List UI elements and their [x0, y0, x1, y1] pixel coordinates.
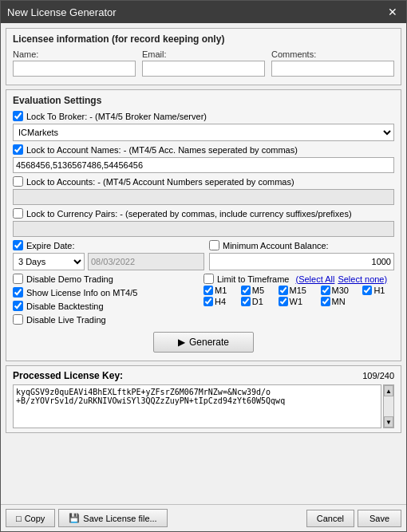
tf-d1-checkbox[interactable] — [241, 297, 251, 306]
tf-m15-checkbox[interactable] — [279, 286, 288, 295]
select-all-link[interactable]: (Select All — [295, 274, 334, 284]
cancel-button[interactable]: Cancel — [306, 510, 354, 527]
broker-select[interactable]: ICMarkets — [13, 124, 394, 141]
tf-h4-label: H4 — [215, 297, 226, 306]
balance-checkbox[interactable] — [209, 240, 219, 250]
save-license-icon: 💾 — [69, 513, 80, 523]
copy-button[interactable]: □ Copy — [6, 509, 55, 527]
disable-backtest-label: Disable Backtesting — [26, 301, 104, 311]
expire-checkbox-row: Expire Date: — [13, 240, 204, 250]
tf-m30: M30 — [321, 286, 358, 295]
email-input[interactable] — [142, 61, 265, 77]
licensee-title: Licensee information (for record keeping… — [13, 33, 394, 45]
account-names-input[interactable] — [13, 157, 394, 173]
save-button[interactable]: Save — [358, 510, 401, 527]
expire-checkbox[interactable] — [13, 240, 23, 250]
processed-section: Processed License Key: 109/240 kyqGSV9z0… — [6, 365, 401, 433]
scrollbar: ▲ ▼ — [383, 384, 394, 428]
tf-m30-checkbox[interactable] — [321, 286, 330, 295]
tf-header: Limit to Timeframe (Select All Select no… — [204, 274, 394, 284]
email-label: Email: — [142, 49, 265, 59]
lock-accountnames-label: Lock to Account Names: - (MT4/5 Acc. Nam… — [26, 145, 298, 155]
disable-backtest-row: Disable Backtesting — [13, 301, 204, 311]
tf-m15-label: M15 — [290, 286, 306, 295]
balance-checkbox-row: Minimum Account Balance: — [209, 240, 394, 250]
tf-h1-label: H1 — [373, 286, 385, 295]
generate-icon: ▶ — [178, 337, 185, 348]
lock-broker-checkbox[interactable] — [13, 111, 23, 121]
show-license-label: Show License Info on MT4/5 — [26, 288, 137, 298]
tf-mn-checkbox[interactable] — [321, 297, 330, 306]
options-row: Disable Demo Trading Show License Info o… — [13, 274, 394, 327]
tf-m1-checkbox[interactable] — [204, 286, 213, 295]
disable-demo-row: Disable Demo Trading — [13, 274, 204, 284]
generate-btn-row: ▶ Generate — [13, 327, 394, 356]
char-count: 109/240 — [362, 371, 394, 380]
disable-live-checkbox[interactable] — [13, 314, 23, 325]
lock-accountnames-checkbox[interactable] — [13, 144, 23, 155]
tf-m30-label: M30 — [332, 286, 349, 295]
expire-date-input[interactable] — [88, 253, 204, 270]
tf-mn: MN — [321, 297, 358, 306]
select-links: (Select All Select none) — [295, 274, 387, 284]
limit-timeframe-checkbox[interactable] — [204, 274, 214, 284]
tf-w1-checkbox[interactable] — [279, 297, 288, 306]
license-output-wrap: kyqGSV9z0quEAVi4BhEXLftkPE+yZFsrZ6M067Mr… — [13, 384, 394, 428]
save-license-button[interactable]: 💾 Save License file... — [58, 509, 167, 527]
comments-input[interactable] — [271, 61, 394, 77]
disable-live-row: Disable Live Trading — [13, 314, 204, 325]
copy-label: Copy — [25, 514, 45, 523]
expire-group: Expire Date: 3 Days 7 Days 14 Days 30 Da… — [13, 240, 204, 270]
tf-d1: D1 — [241, 297, 274, 306]
lock-accounts-checkbox[interactable] — [13, 176, 23, 187]
tf-mn-label: MN — [332, 297, 346, 306]
lock-broker-label: Lock To Broker: - (MT4/5 Broker Name/ser… — [26, 112, 207, 121]
close-button[interactable]: ✕ — [385, 5, 400, 19]
lock-currency-checkbox[interactable] — [13, 208, 23, 219]
tf-m1-label: M1 — [215, 286, 227, 295]
lock-accounts-label: Lock to Accounts: - (MT4/5 Account Numbe… — [26, 177, 294, 187]
scroll-up[interactable]: ▲ — [384, 385, 393, 396]
license-output[interactable]: kyqGSV9z0quEAVi4BhEXLftkPE+yZFsrZ6M067Mr… — [13, 384, 381, 428]
name-input[interactable] — [13, 61, 136, 77]
generate-button[interactable]: ▶ Generate — [153, 332, 254, 353]
eval-title: Evaluation Settings — [13, 95, 394, 106]
tf-m15: M15 — [279, 286, 316, 295]
eval-section: Evaluation Settings Lock To Broker: - (M… — [6, 89, 401, 361]
disable-demo-checkbox[interactable] — [13, 274, 23, 284]
bottom-bar: □ Copy 💾 Save License file... Cancel Sav… — [1, 504, 406, 531]
title-bar: New License Generator ✕ — [1, 1, 406, 23]
tf-h4-checkbox[interactable] — [204, 297, 213, 306]
comments-label: Comments: — [271, 49, 394, 59]
show-license-checkbox[interactable] — [13, 287, 23, 298]
email-group: Email: — [142, 49, 265, 77]
tf-d1-label: D1 — [252, 297, 263, 306]
content-area: Licensee information (for record keeping… — [1, 23, 406, 504]
disable-demo-label: Disable Demo Trading — [26, 274, 113, 284]
lock-accountnames-row: Lock to Account Names: - (MT4/5 Acc. Nam… — [13, 144, 394, 155]
lock-accounts-row: Lock to Accounts: - (MT4/5 Account Numbe… — [13, 176, 394, 187]
comments-group: Comments: — [271, 49, 394, 77]
limit-timeframe-label: Limit to Timeframe — [217, 274, 289, 284]
generate-label: Generate — [189, 337, 229, 348]
accounts-input[interactable] — [13, 189, 394, 205]
balance-input[interactable] — [209, 253, 394, 270]
options-left-col: Disable Demo Trading Show License Info o… — [13, 274, 204, 327]
select-none-link[interactable]: Select none) — [338, 274, 387, 284]
currency-input[interactable] — [13, 221, 394, 237]
timeframe-section: Limit to Timeframe (Select All Select no… — [204, 274, 394, 327]
balance-group: Minimum Account Balance: — [209, 240, 394, 270]
name-label: Name: — [13, 49, 136, 59]
expire-days-select[interactable]: 3 Days 7 Days 14 Days 30 Days — [13, 253, 85, 270]
show-license-row: Show License Info on MT4/5 — [13, 287, 204, 298]
window-title: New License Generator — [7, 6, 117, 18]
scroll-down[interactable]: ▼ — [384, 416, 393, 428]
tf-m1: M1 — [204, 286, 236, 295]
lock-currency-row: Lock to Currency Pairs: - (seperated by … — [13, 208, 394, 219]
tf-h1-checkbox[interactable] — [362, 286, 372, 295]
cancel-label: Cancel — [317, 514, 344, 523]
disable-backtest-checkbox[interactable] — [13, 301, 23, 311]
tf-w1-label: W1 — [290, 297, 303, 306]
tf-m5-checkbox[interactable] — [241, 286, 251, 295]
tf-h4: H4 — [204, 297, 236, 306]
